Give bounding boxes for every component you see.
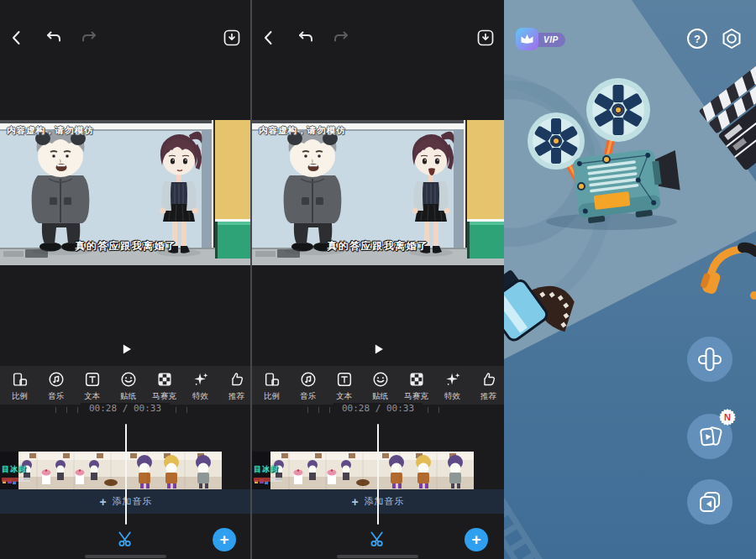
split-clip-button[interactable]	[116, 529, 136, 549]
play-icon	[369, 340, 387, 358]
toolbar-item-recommend[interactable]: 推荐	[470, 366, 504, 405]
panel-right: 内容虚构，请勿模仿 真的答应跟我离婚了 比例 音乐 文本 贴纸	[252, 0, 504, 559]
disclaimer-text: 内容虚构，请勿模仿	[7, 125, 94, 137]
plus-icon: +	[471, 530, 480, 548]
add-clip-button[interactable]: +	[465, 528, 488, 551]
split-clip-button[interactable]	[368, 529, 388, 549]
toolbar-item-mosaic[interactable]: 马赛克	[398, 366, 434, 405]
time-separator: /	[123, 403, 129, 414]
clip-caption-text: 目冰封	[2, 464, 27, 475]
time-display: 00:28 / 00:33	[333, 403, 423, 414]
export-button[interactable]	[475, 28, 496, 48]
disclaimer-text: 内容虚构，请勿模仿	[259, 125, 346, 137]
undo-icon	[44, 28, 64, 48]
vip-button[interactable]: VIP	[516, 28, 538, 51]
timeline-clip-thumbnails[interactable]	[252, 452, 474, 489]
editor-panels: 内容虚构，请勿模仿 真的答应跟我离婚了 比例 音乐 文本 贴纸	[0, 0, 504, 559]
chevron-left-icon	[7, 28, 27, 48]
toolbar-item-effects[interactable]: 特效	[434, 366, 470, 405]
home-panel: VIP ? N	[504, 0, 756, 559]
video-preview[interactable]: 内容虚构，请勿模仿 真的答应跟我离婚了	[0, 120, 252, 265]
playhead[interactable]	[377, 424, 379, 525]
redo-button[interactable]	[331, 28, 351, 48]
time-separator: /	[375, 403, 381, 414]
svg-text:N: N	[724, 412, 731, 422]
editing-toolbar: 比例 音乐 文本 贴纸 马赛克 特效	[0, 366, 252, 405]
toolbar-item-effects[interactable]: 特效	[182, 366, 218, 405]
thumbs-up-icon	[228, 370, 246, 389]
settings-button[interactable]	[720, 27, 743, 50]
scissors-icon	[116, 529, 136, 549]
toolbar-item-music[interactable]: 音乐	[38, 366, 74, 405]
export-button[interactable]	[222, 28, 242, 48]
aspect-ratio-icon	[263, 370, 281, 389]
capsule-cross-icon	[696, 346, 723, 373]
panel-left: 内容虚构，请勿模仿 真的答应跟我离婚了 比例 音乐 文本 贴纸	[0, 0, 252, 559]
undo-button[interactable]	[296, 28, 316, 48]
time-current: 00:28	[342, 403, 370, 414]
redo-icon	[79, 28, 99, 48]
scissors-icon	[368, 529, 388, 549]
undo-button[interactable]	[44, 28, 64, 48]
crown-icon	[516, 28, 538, 50]
toolbar-item-sticker[interactable]: 贴纸	[362, 366, 398, 405]
toolbar-item-sticker[interactable]: 贴纸	[110, 366, 146, 405]
quick-edit-button[interactable]	[687, 337, 732, 382]
toolbar-item-ratio[interactable]: 比例	[254, 366, 290, 405]
back-button[interactable]	[7, 28, 27, 48]
thumbs-up-icon	[480, 370, 498, 389]
toolbar-item-mosaic[interactable]: 马赛克	[146, 366, 182, 405]
plus-icon: +	[219, 530, 228, 548]
drafts-button[interactable]	[687, 479, 732, 525]
sticker-smile-icon	[371, 370, 390, 389]
play-button[interactable]	[369, 340, 387, 360]
redo-button[interactable]	[79, 28, 99, 48]
time-current: 00:28	[89, 403, 117, 414]
music-icon	[299, 370, 318, 389]
export-download-icon	[222, 28, 242, 48]
timeline-ruler[interactable]: 00:28 / 00:33	[55, 404, 195, 415]
home-indicator	[85, 555, 166, 558]
toolbar-item-text[interactable]: 文本	[74, 366, 110, 405]
effects-sparkle-icon	[444, 370, 462, 389]
chevron-left-icon	[259, 28, 279, 48]
help-button[interactable]: ?	[687, 29, 707, 49]
templates-button[interactable]: N	[687, 414, 732, 459]
mosaic-icon	[407, 370, 426, 389]
clip-thumbnail-art	[0, 452, 222, 489]
video-preview[interactable]: 内容虚构，请勿模仿 真的答应跟我离婚了	[252, 120, 504, 265]
toolbar-item-ratio[interactable]: 比例	[2, 366, 38, 405]
gear-icon	[720, 27, 743, 50]
play-button[interactable]	[117, 340, 135, 360]
home-illustration	[504, 0, 756, 559]
time-display: 00:28 / 00:33	[81, 403, 170, 414]
time-total: 00:33	[134, 403, 161, 414]
timeline-ruler[interactable]: 00:28 / 00:33	[307, 404, 449, 415]
text-icon	[335, 370, 354, 389]
clip-caption-subtext	[254, 478, 282, 482]
toolbar-item-text[interactable]: 文本	[326, 366, 362, 405]
aspect-ratio-icon	[11, 370, 29, 389]
cards-play-icon	[696, 423, 723, 450]
clip-caption-subtext	[2, 478, 30, 482]
redo-icon	[331, 28, 351, 48]
clip-caption-text: 目冰封	[254, 464, 279, 475]
add-clip-button[interactable]: +	[213, 528, 236, 551]
text-icon	[83, 370, 102, 389]
mosaic-icon	[155, 370, 174, 389]
clip-thumbnail-art	[252, 452, 474, 489]
toolbar-item-recommend[interactable]: 推荐	[218, 366, 252, 405]
new-badge: N	[718, 408, 737, 426]
export-download-icon	[475, 28, 496, 48]
add-music-plus-icon: +	[351, 495, 358, 509]
subtitle-text[interactable]: 真的答应跟我离婚了	[0, 239, 252, 253]
back-button[interactable]	[259, 28, 279, 48]
timeline-clip-thumbnails[interactable]	[0, 452, 222, 489]
playhead[interactable]	[125, 424, 127, 525]
question-icon: ?	[694, 33, 701, 45]
screen: 内容虚构，请勿模仿 真的答应跟我离婚了 比例 音乐 文本 贴纸	[0, 0, 756, 559]
toolbar-item-music[interactable]: 音乐	[290, 366, 326, 405]
subtitle-text[interactable]: 真的答应跟我离婚了	[252, 239, 504, 253]
add-music-plus-icon: +	[99, 495, 106, 509]
undo-icon	[296, 28, 316, 48]
